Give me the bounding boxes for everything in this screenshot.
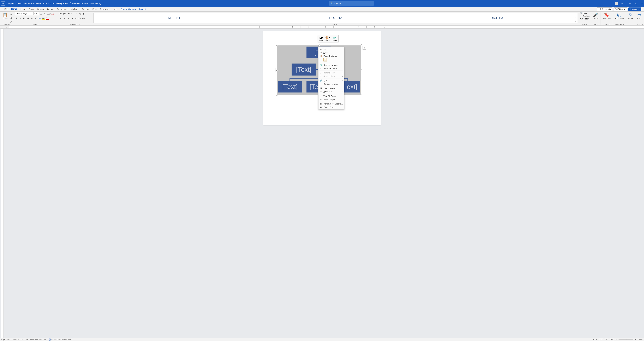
paste-label: Paste <box>3 18 8 20</box>
search-box[interactable]: 🔍 <box>329 1 374 6</box>
reuse-files-button[interactable]: ⿻Reuse Files <box>614 12 625 20</box>
dictate-button[interactable]: 🎤Dictate⌄ <box>592 12 599 22</box>
highlight-button[interactable]: ab▾ <box>42 16 45 20</box>
bold-button[interactable]: B <box>15 16 18 20</box>
last-modified[interactable]: Last Modified: 49m ago ⌄ <box>82 2 104 4</box>
tab-format[interactable]: Format <box>138 7 148 11</box>
close-button[interactable]: ✕ <box>641 2 643 4</box>
find-button[interactable]: 🔍Find ▾ <box>580 12 588 14</box>
group-reuse-files: ⿻Reuse Files Reuse Files <box>613 12 626 26</box>
font-launcher[interactable]: ↘ <box>37 24 38 25</box>
mmd-button[interactable]: ▭MMD <box>636 12 642 20</box>
format-painter-button[interactable]: 🖌 <box>10 20 13 24</box>
text-effects-button[interactable]: A▾ <box>38 16 41 20</box>
comments-button[interactable]: 💬Comments <box>597 8 612 11</box>
cursor-icon: ↖ <box>580 18 582 20</box>
minimize-button[interactable]: — <box>629 2 631 4</box>
grow-font-button[interactable]: A↑ <box>40 12 43 15</box>
tab-insert[interactable]: Insert <box>18 7 27 11</box>
font-size-combo[interactable] <box>33 12 39 15</box>
tab-smartart-design[interactable]: SmartArt Design <box>119 7 138 11</box>
shield-icon: ⛉ <box>70 2 72 4</box>
clipboard-group-label: Clipboard <box>3 24 10 25</box>
reuse-files-group-label: Reuse Files <box>614 24 625 25</box>
mmd-icon: ▭ <box>637 12 641 17</box>
superscript-button[interactable]: x² <box>34 16 38 20</box>
bullets-button[interactable]: •≡▾ <box>59 12 62 15</box>
share-button[interactable]: ⇪Share⌄ <box>628 8 641 11</box>
strikethrough-button[interactable]: ab <box>27 16 30 20</box>
replace-button[interactable]: ↔Replace <box>580 15 590 17</box>
line-spacing-button[interactable]: ↕≡▾ <box>74 16 78 20</box>
cut-button[interactable]: ✂ <box>10 13 13 16</box>
tab-layout[interactable]: Layout <box>46 7 55 11</box>
flask-icon[interactable]: ✧ <box>621 2 623 5</box>
numbering-button[interactable]: 1≡▾ <box>63 12 66 15</box>
change-case-button[interactable]: Aa▾ <box>48 12 51 15</box>
align-right-button[interactable]: ≡ <box>67 16 70 20</box>
editor-button[interactable]: ✎Editor <box>628 12 634 20</box>
copy-button[interactable]: ⿻ <box>10 16 13 20</box>
ribbon: 📋 Paste ⌄ ✂ ⿻ 🖌 Clipboard↘ A↑ A↓ Aa▾ A⊘ <box>0 12 644 26</box>
italic-button[interactable]: I <box>19 16 22 20</box>
paragraph-launcher[interactable]: ↘ <box>78 24 80 25</box>
style-item-2[interactable]: DR.F H2 <box>329 16 342 20</box>
shrink-font-button[interactable]: A↓ <box>44 12 47 15</box>
horizontal-ruler[interactable]: · · · | · · · | · · · ▽ · · · | · · · 1 … <box>9 26 644 28</box>
borders-button[interactable]: ⊞▾ <box>82 16 85 20</box>
styles-launcher[interactable]: ↘ <box>337 24 338 25</box>
mmd-group-label: MMD <box>636 24 642 25</box>
clear-formatting-button[interactable]: A⊘ <box>51 12 54 15</box>
collapse-ribbon-button[interactable]: ⌄ <box>642 23 643 25</box>
styles-group-label: Styles <box>332 24 337 25</box>
styles-scroll-down[interactable]: ▾ <box>575 17 577 18</box>
tab-draw[interactable]: Draw <box>27 7 36 11</box>
paragraph-group-label: Paragraph <box>70 24 78 25</box>
styles-scroll-up[interactable]: ▴ <box>575 13 577 15</box>
sort-button[interactable]: A↓ <box>78 12 82 15</box>
align-center-button[interactable]: ≡ <box>63 16 66 20</box>
maximize-button[interactable]: ▢ <box>635 2 637 4</box>
group-paragraph: •≡▾ 1≡▾ ⋮≡▾ ⇤ ⇥ A↓ ¶ ≡ ≡ ≡ ≣ ↕≡▾ ◧▾ ⊞▾ P… <box>58 12 92 26</box>
multilevel-list-button[interactable]: ⋮≡▾ <box>67 12 70 15</box>
pencil-icon: ✎ <box>615 8 617 10</box>
shading-button[interactable]: ◧▾ <box>78 16 82 20</box>
styles-more[interactable]: ⊻ <box>575 21 577 22</box>
align-left-button[interactable]: ≡ <box>59 16 62 20</box>
subscript-button[interactable]: x₂ <box>30 16 34 20</box>
show-marks-button[interactable]: ¶ <box>82 12 85 15</box>
font-color-button[interactable]: A▾ <box>46 16 49 20</box>
justify-button[interactable]: ≣ <box>70 16 74 20</box>
tab-view[interactable]: View <box>90 7 98 11</box>
user-avatar[interactable] <box>615 2 618 5</box>
select-button[interactable]: ↖Select ▾ <box>580 18 589 20</box>
font-name-combo[interactable] <box>15 12 33 15</box>
sensitivity-label-pill[interactable]: ⛉ No Label <box>70 2 80 4</box>
document-title[interactable]: Organizational Chart Sample in Word.docx… <box>8 2 68 5</box>
tab-help[interactable]: Help <box>111 7 119 11</box>
styles-gallery[interactable]: DR.F H1 DR.F H2 DR.F H3 ▴▾⊻ <box>94 13 578 23</box>
paste-button[interactable]: 📋 Paste ⌄ <box>2 12 9 22</box>
tab-review[interactable]: Review <box>80 7 90 11</box>
share-icon: ⇪ <box>630 8 632 10</box>
tab-design[interactable]: Design <box>36 7 46 11</box>
tab-mailings[interactable]: Mailings <box>69 7 80 11</box>
editing-mode-button[interactable]: ✎Editing⌄ <box>614 8 627 11</box>
underline-button[interactable]: U▾ <box>23 16 26 20</box>
editing-label: Editing <box>618 8 623 10</box>
tab-references[interactable]: References <box>55 7 69 11</box>
ribbon-tabs: File Home Insert Draw Design Layout Refe… <box>0 7 644 12</box>
clipboard-launcher[interactable]: ↘ <box>10 24 12 25</box>
search-input[interactable] <box>334 2 372 5</box>
tab-home[interactable]: Home <box>10 7 19 12</box>
tab-file[interactable]: File <box>3 7 10 11</box>
compat-mode-text: Compatibility Mode <box>51 2 68 5</box>
font-group-label: Font <box>33 24 36 25</box>
style-item-3[interactable]: DR.F H3 <box>490 16 503 20</box>
increase-indent-button[interactable]: ⇥ <box>74 12 78 15</box>
style-item-1[interactable]: DR.F H1 <box>168 16 180 20</box>
tab-developer[interactable]: Developer <box>98 7 111 11</box>
tab-selector[interactable]: ∟ <box>6 26 8 28</box>
sensitivity-button[interactable]: 🔖Sensitivity⌄ <box>602 12 612 22</box>
decrease-indent-button[interactable]: ⇤ <box>70 12 74 15</box>
